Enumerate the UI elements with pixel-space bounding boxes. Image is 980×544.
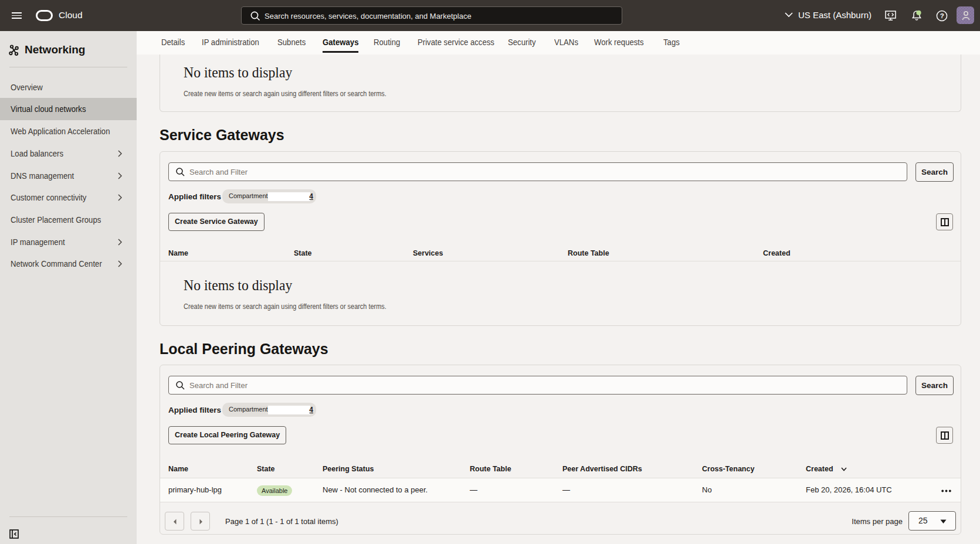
svg-text:?: ?	[940, 12, 944, 19]
